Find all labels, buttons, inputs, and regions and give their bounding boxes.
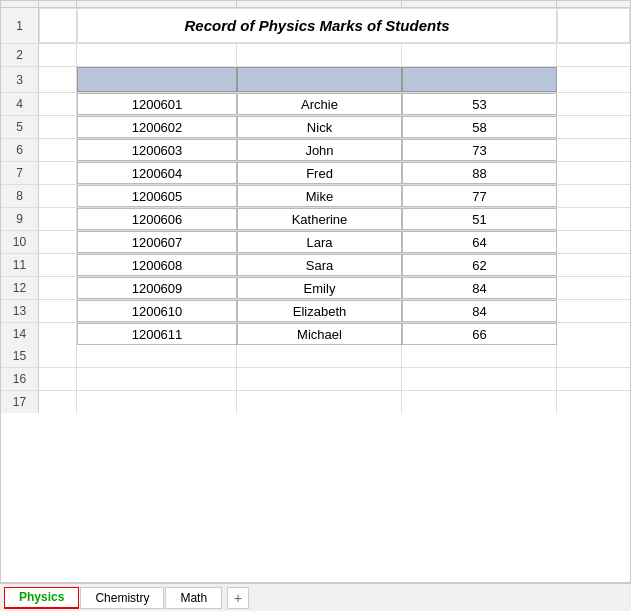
cell-2b[interactable] xyxy=(77,44,237,66)
cell-e[interactable] xyxy=(557,323,630,345)
row-num: 9 xyxy=(1,208,39,230)
row-num: 10 xyxy=(1,231,39,253)
cell-e[interactable] xyxy=(557,116,630,138)
cell-student-id[interactable]: 1200607 xyxy=(77,231,237,253)
header-student-id[interactable] xyxy=(77,67,237,92)
empty-rows: 15 16 17 xyxy=(1,345,630,413)
cell-marks[interactable]: 58 xyxy=(402,116,557,138)
cell-name[interactable]: Michael xyxy=(237,323,402,345)
cell-marks[interactable]: 77 xyxy=(402,185,557,207)
cell-e[interactable] xyxy=(557,185,630,207)
cell-a[interactable] xyxy=(39,208,77,230)
cell-student-id[interactable]: 1200606 xyxy=(77,208,237,230)
sheet-tab-math[interactable]: Math xyxy=(165,587,222,609)
cell-a[interactable] xyxy=(39,93,77,115)
cell-student-id[interactable]: 1200605 xyxy=(77,185,237,207)
cell-3e[interactable] xyxy=(557,67,630,92)
cell-name[interactable]: Archie xyxy=(237,93,402,115)
cell-marks[interactable]: 62 xyxy=(402,254,557,276)
cell-e[interactable] xyxy=(557,162,630,184)
cell-a[interactable] xyxy=(39,277,77,299)
cell-name[interactable]: Lara xyxy=(237,231,402,253)
cell-student-id[interactable]: 1200611 xyxy=(77,323,237,345)
empty-row: 16 xyxy=(1,368,630,391)
cell-c[interactable] xyxy=(237,391,402,413)
sheet-tab-physics[interactable]: Physics xyxy=(4,587,79,609)
cell-name[interactable]: Katherine xyxy=(237,208,402,230)
cell-b[interactable] xyxy=(77,345,237,367)
cell-a[interactable] xyxy=(39,391,77,413)
cell-a[interactable] xyxy=(39,323,77,345)
table-row: 11 1200608 Sara 62 xyxy=(1,254,630,277)
cell-a[interactable] xyxy=(39,368,77,390)
cell-marks[interactable]: 73 xyxy=(402,139,557,161)
cell-student-id[interactable]: 1200601 xyxy=(77,93,237,115)
cell-e[interactable] xyxy=(557,254,630,276)
cell-student-id[interactable]: 1200603 xyxy=(77,139,237,161)
cell-name[interactable]: Sara xyxy=(237,254,402,276)
cell-student-id[interactable]: 1200602 xyxy=(77,116,237,138)
cell-student-id[interactable]: 1200604 xyxy=(77,162,237,184)
row-num: 17 xyxy=(1,391,39,413)
row-3: 3 xyxy=(1,67,630,93)
cell-e[interactable] xyxy=(557,277,630,299)
cell-student-id[interactable]: 1200610 xyxy=(77,300,237,322)
cell-name[interactable]: Elizabeth xyxy=(237,300,402,322)
cell-e[interactable] xyxy=(557,93,630,115)
cell-marks[interactable]: 53 xyxy=(402,93,557,115)
cell-2c[interactable] xyxy=(237,44,402,66)
cell-1e[interactable] xyxy=(557,8,630,43)
cell-a[interactable] xyxy=(39,345,77,367)
cell-d[interactable] xyxy=(402,368,557,390)
col-header-b xyxy=(77,1,237,7)
cell-name[interactable]: Emily xyxy=(237,277,402,299)
cell-a[interactable] xyxy=(39,254,77,276)
cell-a[interactable] xyxy=(39,139,77,161)
cell-e[interactable] xyxy=(557,368,630,390)
header-name[interactable] xyxy=(237,67,402,92)
cell-e[interactable] xyxy=(557,300,630,322)
table-row: 9 1200606 Katherine 51 xyxy=(1,208,630,231)
cell-a[interactable] xyxy=(39,231,77,253)
cell-marks[interactable]: 66 xyxy=(402,323,557,345)
cell-e[interactable] xyxy=(557,208,630,230)
col-header-spacer xyxy=(1,1,39,7)
table-row: 4 1200601 Archie 53 xyxy=(1,93,630,116)
cell-3a[interactable] xyxy=(39,67,77,92)
cell-c[interactable] xyxy=(237,345,402,367)
cell-marks[interactable]: 51 xyxy=(402,208,557,230)
cell-e[interactable] xyxy=(557,345,630,367)
cell-student-id[interactable]: 1200609 xyxy=(77,277,237,299)
cell-b[interactable] xyxy=(77,391,237,413)
cell-marks[interactable]: 64 xyxy=(402,231,557,253)
cell-a[interactable] xyxy=(39,116,77,138)
cell-a[interactable] xyxy=(39,300,77,322)
cell-2e[interactable] xyxy=(557,44,630,66)
add-sheet-button[interactable]: + xyxy=(227,587,249,609)
cell-d[interactable] xyxy=(402,391,557,413)
cell-marks[interactable]: 84 xyxy=(402,277,557,299)
cell-b[interactable] xyxy=(77,368,237,390)
title-merged-cell[interactable]: Record of Physics Marks of Students xyxy=(77,8,557,43)
cell-name[interactable]: Fred xyxy=(237,162,402,184)
cell-c[interactable] xyxy=(237,368,402,390)
cell-name[interactable]: Mike xyxy=(237,185,402,207)
sheet-tab-chemistry[interactable]: Chemistry xyxy=(80,587,164,609)
cell-e[interactable] xyxy=(557,391,630,413)
cell-student-id[interactable]: 1200608 xyxy=(77,254,237,276)
cell-name[interactable]: John xyxy=(237,139,402,161)
cell-name[interactable]: Nick xyxy=(237,116,402,138)
header-marks[interactable] xyxy=(402,67,557,92)
cell-e[interactable] xyxy=(557,139,630,161)
table-row: 14 1200611 Michael 66 xyxy=(1,323,630,345)
cell-d[interactable] xyxy=(402,345,557,367)
cell-2a[interactable] xyxy=(39,44,77,66)
cell-marks[interactable]: 88 xyxy=(402,162,557,184)
cell-1a[interactable] xyxy=(39,8,77,43)
cell-2d[interactable] xyxy=(402,44,557,66)
cell-a[interactable] xyxy=(39,185,77,207)
cell-marks[interactable]: 84 xyxy=(402,300,557,322)
cell-e[interactable] xyxy=(557,231,630,253)
cell-a[interactable] xyxy=(39,162,77,184)
title-text: Record of Physics Marks of Students xyxy=(184,17,449,34)
